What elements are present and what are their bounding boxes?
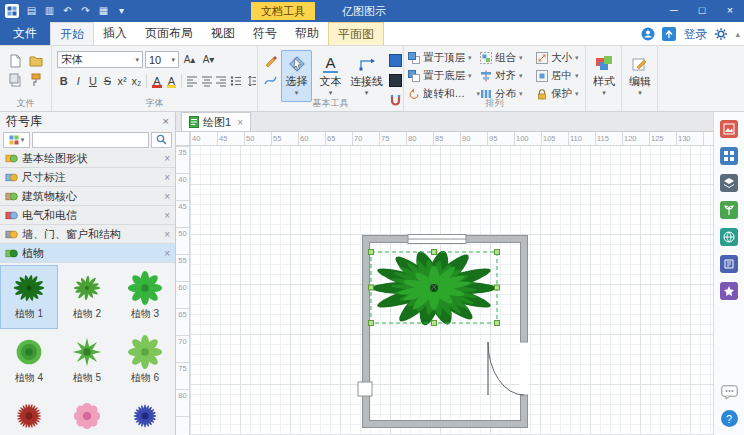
- plant-item-1[interactable]: 植物 1: [0, 265, 58, 329]
- library-filter-dropdown[interactable]: ▾: [3, 132, 30, 148]
- category-walls-doors-windows[interactable]: 墙、门、窗户和结构 ×: [0, 225, 175, 244]
- bullet-list-button[interactable]: [229, 73, 243, 89]
- plant-item-4[interactable]: 植物 4: [0, 329, 58, 393]
- bold-button[interactable]: B: [57, 73, 71, 89]
- plant-item-5[interactable]: 植物 5: [58, 329, 116, 393]
- category-close-icon[interactable]: ×: [164, 210, 170, 221]
- share-icon[interactable]: [662, 27, 676, 41]
- drawing-surface[interactable]: [190, 146, 713, 435]
- plant-item-2[interactable]: 植物 2: [58, 265, 116, 329]
- bring-to-front-button[interactable]: 置于顶层 ▾: [408, 49, 480, 67]
- group-button[interactable]: 组合 ▾: [480, 49, 536, 67]
- tab-insert[interactable]: 插入: [94, 22, 136, 45]
- category-close-icon[interactable]: ×: [164, 248, 170, 259]
- undo-icon[interactable]: ↶: [60, 3, 75, 19]
- plants-panel-icon[interactable]: [720, 201, 738, 219]
- category-close-icon[interactable]: ×: [164, 153, 170, 164]
- format-painter-icon[interactable]: [28, 72, 44, 88]
- category-close-icon[interactable]: ×: [164, 229, 170, 240]
- tab-home[interactable]: 开始: [50, 22, 94, 45]
- align-center-button[interactable]: [200, 73, 214, 89]
- tab-file[interactable]: 文件: [0, 22, 50, 45]
- ribbon-collapse-icon[interactable]: ▴: [735, 29, 740, 39]
- plant-item-3[interactable]: 植物 3: [116, 265, 174, 329]
- palm-plant-shape[interactable]: [372, 249, 497, 326]
- align-button[interactable]: 对齐 ▾: [480, 67, 536, 85]
- print-icon[interactable]: ▦: [96, 3, 111, 19]
- category-close-icon[interactable]: ×: [164, 172, 170, 183]
- category-close-icon[interactable]: ×: [164, 191, 170, 202]
- superscript-button[interactable]: x²: [115, 73, 129, 89]
- category-electrical-telecom[interactable]: 电气和电信 ×: [0, 206, 175, 225]
- decrease-font-button[interactable]: A▾: [200, 51, 217, 68]
- open-icon[interactable]: ▥: [42, 3, 57, 19]
- size-button[interactable]: 大小 ▾: [536, 49, 586, 67]
- minimize-button[interactable]: ─: [660, 0, 688, 22]
- document-tab[interactable]: 绘图1 ×: [181, 112, 251, 131]
- line-spacing-button[interactable]: [243, 73, 257, 89]
- window-shape[interactable]: [408, 235, 466, 244]
- wall-fixture-shape[interactable]: [358, 382, 372, 396]
- fill-color-swatch[interactable]: [387, 52, 403, 68]
- help-button[interactable]: ?: [721, 410, 738, 427]
- center-button[interactable]: 居中 ▾: [536, 67, 586, 85]
- strikethrough-button[interactable]: S: [101, 73, 115, 89]
- plant-item-9[interactable]: [116, 393, 174, 435]
- category-basic-shapes[interactable]: 基本绘图形状 ×: [0, 149, 175, 168]
- qat-more-icon[interactable]: ▾: [114, 3, 129, 19]
- horizontal-ruler[interactable]: 40 45 50 55 60 65 70 75 80 85 90 95 100 …: [190, 132, 713, 146]
- freeform-curve-icon[interactable]: [262, 72, 278, 88]
- favorites-icon[interactable]: [720, 282, 738, 300]
- plant-item-7[interactable]: [0, 393, 58, 435]
- increase-font-button[interactable]: A▴: [181, 51, 198, 68]
- tab-view[interactable]: 视图: [202, 22, 244, 45]
- tab-symbols[interactable]: 符号: [244, 22, 286, 45]
- send-to-back-button[interactable]: 置于底层 ▾: [408, 67, 480, 85]
- category-plants[interactable]: 植物 ×: [0, 244, 175, 263]
- search-button[interactable]: [151, 132, 172, 148]
- login-link[interactable]: 登录: [683, 26, 707, 43]
- font-family-select[interactable]: 宋体 ▾: [57, 51, 143, 68]
- symbol-library-icon[interactable]: [720, 147, 738, 165]
- style-button[interactable]: 样式 ▾: [586, 50, 622, 102]
- font-size-select[interactable]: 10 ▾: [145, 51, 179, 68]
- align-left-button[interactable]: [185, 73, 199, 89]
- comment-icon[interactable]: [720, 383, 738, 401]
- edit-button[interactable]: 编辑 ▾: [622, 50, 658, 102]
- plant-item-8[interactable]: [58, 393, 116, 435]
- pencil-icon[interactable]: [262, 52, 278, 68]
- save-icon[interactable]: ▤: [24, 3, 39, 19]
- underline-button[interactable]: U: [86, 73, 100, 89]
- vertical-ruler[interactable]: 35 40 45 50 55 60 65 70 75 80: [176, 146, 190, 435]
- symbol-search-input[interactable]: [32, 132, 149, 148]
- open-folder-icon[interactable]: [28, 53, 44, 69]
- tab-floor-plan[interactable]: 平面图: [328, 22, 384, 45]
- map-icon[interactable]: [720, 228, 738, 246]
- copy-icon[interactable]: [7, 72, 23, 88]
- door-shape[interactable]: [488, 342, 529, 395]
- font-color-button[interactable]: A: [150, 73, 164, 89]
- ebook-icon[interactable]: [720, 255, 738, 273]
- category-dimensioning[interactable]: 尺寸标注 ×: [0, 168, 175, 187]
- new-document-icon[interactable]: [7, 53, 23, 69]
- highlight-button[interactable]: A: [165, 73, 179, 89]
- italic-button[interactable]: I: [72, 73, 86, 89]
- select-tool-button[interactable]: 选择 ▾: [281, 50, 312, 102]
- plant-item-6[interactable]: 植物 6: [116, 329, 174, 393]
- text-tool-button[interactable]: A 文本 ▾: [315, 50, 346, 102]
- tab-page-layout[interactable]: 页面布局: [136, 22, 202, 45]
- gear-icon[interactable]: [714, 27, 728, 41]
- document-tab-close-icon[interactable]: ×: [237, 117, 243, 128]
- align-right-button[interactable]: [214, 73, 228, 89]
- subscript-button[interactable]: x₂: [130, 73, 144, 89]
- maximize-button[interactable]: □: [688, 0, 716, 22]
- connector-tool-button[interactable]: 连接线 ▾: [349, 50, 384, 102]
- line-color-swatch[interactable]: [387, 72, 403, 88]
- layers-icon[interactable]: [720, 174, 738, 192]
- category-building-core[interactable]: 建筑物核心 ×: [0, 187, 175, 206]
- community-icon[interactable]: [641, 27, 655, 41]
- tab-help[interactable]: 帮助: [286, 22, 328, 45]
- redo-icon[interactable]: ↷: [78, 3, 93, 19]
- panel-close-icon[interactable]: ×: [163, 115, 169, 127]
- close-button[interactable]: ×: [716, 0, 744, 22]
